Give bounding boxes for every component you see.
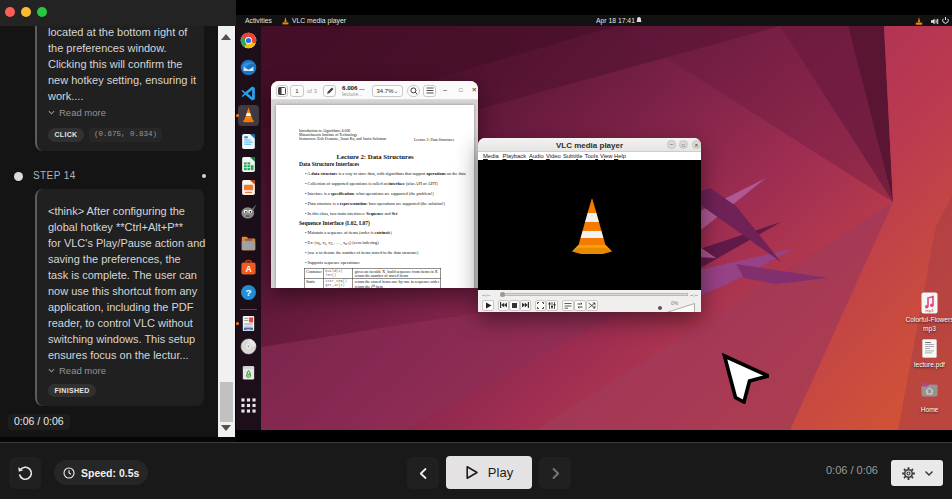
svg-text:PDF: PDF [246,327,251,330]
svg-text:A: A [245,264,251,274]
svg-text:?: ? [245,287,251,298]
svg-text:mp3: mp3 [926,308,935,313]
